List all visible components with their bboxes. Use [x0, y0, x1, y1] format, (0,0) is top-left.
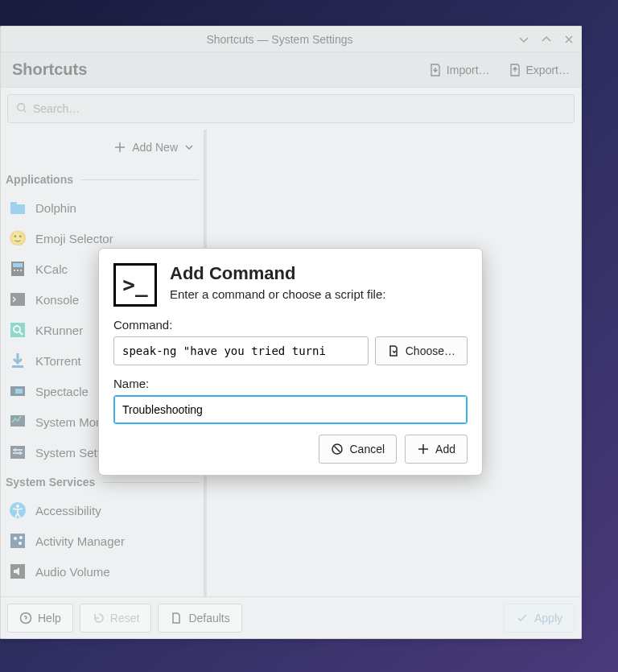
- choose-label: Choose…: [406, 344, 455, 357]
- name-label: Name:: [113, 377, 468, 390]
- add-label: Add: [435, 443, 455, 456]
- add-button[interactable]: Add: [405, 435, 468, 464]
- cancel-label: Cancel: [349, 443, 385, 456]
- plus-icon: [417, 443, 430, 456]
- dialog-title: Add Command: [170, 263, 385, 284]
- file-icon: [387, 344, 400, 357]
- add-command-dialog: >_ Add Command Enter a command or choose…: [98, 248, 483, 476]
- choose-button[interactable]: Choose…: [375, 336, 468, 365]
- cancel-button[interactable]: Cancel: [319, 435, 397, 464]
- terminal-icon: >_: [113, 263, 157, 307]
- name-input[interactable]: [113, 395, 468, 424]
- command-input[interactable]: [113, 336, 369, 365]
- dialog-subtitle: Enter a command or choose a script file:: [170, 287, 385, 301]
- cancel-icon: [331, 443, 344, 456]
- command-label: Command:: [113, 318, 468, 332]
